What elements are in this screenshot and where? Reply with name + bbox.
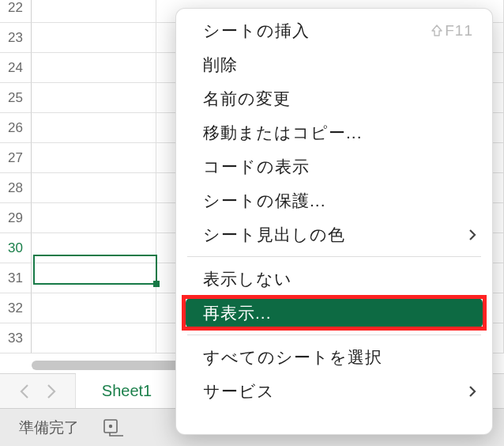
sheet-tab-label: Sheet1 bbox=[102, 382, 152, 400]
menu-item-label: シート見出しの色 bbox=[203, 224, 345, 246]
cell[interactable] bbox=[32, 23, 156, 53]
cell[interactable] bbox=[32, 203, 156, 233]
sheet-tab-active[interactable]: Sheet1 bbox=[76, 373, 179, 408]
menu-item-label: 表示しない bbox=[203, 268, 292, 290]
menu-tab-color[interactable]: シート見出しの色 bbox=[176, 217, 492, 251]
cell[interactable] bbox=[32, 83, 156, 113]
menu-item-label: シートの挿入 bbox=[203, 20, 310, 42]
menu-item-label: コードの表示 bbox=[203, 156, 310, 178]
status-text: 準備完了 bbox=[19, 418, 79, 438]
cell[interactable] bbox=[32, 233, 156, 263]
menu-separator bbox=[187, 334, 481, 335]
scrollbar-thumb[interactable] bbox=[32, 361, 182, 370]
menu-item-label: 再表示... bbox=[203, 302, 272, 324]
row-header[interactable]: 29 bbox=[0, 203, 32, 233]
cell[interactable] bbox=[32, 173, 156, 203]
cell[interactable] bbox=[32, 143, 156, 173]
chevron-right-icon bbox=[468, 229, 476, 241]
row-header[interactable]: 25 bbox=[0, 83, 32, 113]
row-header[interactable]: 30 bbox=[0, 233, 32, 263]
menu-rename-sheet[interactable]: 名前の変更 bbox=[176, 81, 492, 115]
menu-item-label: サービス bbox=[203, 380, 275, 403]
menu-item-label: 移動またはコピー... bbox=[203, 122, 363, 144]
row-header[interactable]: 27 bbox=[0, 143, 32, 173]
sheet-nav-arrows bbox=[0, 374, 76, 408]
cell[interactable] bbox=[32, 113, 156, 143]
sheet-context-menu: シートの挿入 F11 削除 名前の変更 移動またはコピー... コードの表示 シ… bbox=[175, 8, 493, 435]
row-header[interactable]: 26 bbox=[0, 113, 32, 143]
shortcut-hint: F11 bbox=[431, 22, 473, 40]
menu-delete-sheet[interactable]: 削除 bbox=[176, 47, 492, 81]
cell[interactable] bbox=[32, 263, 156, 293]
menu-separator bbox=[187, 256, 481, 257]
row-header[interactable]: 33 bbox=[0, 323, 32, 353]
next-sheet-button[interactable] bbox=[42, 382, 61, 401]
menu-select-all-sheets[interactable]: すべてのシートを選択 bbox=[176, 340, 492, 374]
row-header[interactable]: 24 bbox=[0, 53, 32, 83]
shortcut-text: F11 bbox=[445, 22, 473, 40]
menu-insert-sheet[interactable]: シートの挿入 F11 bbox=[176, 13, 492, 47]
row-header[interactable]: 23 bbox=[0, 23, 32, 53]
menu-hide-sheet[interactable]: 表示しない bbox=[176, 262, 492, 296]
shift-icon bbox=[431, 25, 443, 37]
menu-item-label: シートの保護... bbox=[203, 190, 326, 212]
row-header[interactable]: 22 bbox=[0, 0, 32, 23]
chevron-right-icon bbox=[468, 385, 476, 398]
cell[interactable] bbox=[32, 0, 156, 23]
svg-point-1 bbox=[109, 424, 112, 427]
row-header[interactable]: 31 bbox=[0, 263, 32, 293]
row-header[interactable]: 32 bbox=[0, 293, 32, 323]
cell[interactable] bbox=[32, 293, 156, 323]
prev-sheet-button[interactable] bbox=[15, 382, 34, 401]
row-header[interactable]: 28 bbox=[0, 173, 32, 203]
menu-item-label: 名前の変更 bbox=[203, 88, 291, 110]
menu-unhide-sheet[interactable]: 再表示... bbox=[176, 296, 492, 330]
menu-move-or-copy[interactable]: 移動またはコピー... bbox=[176, 115, 492, 149]
menu-item-label: 削除 bbox=[203, 54, 238, 76]
menu-item-label: すべてのシートを選択 bbox=[203, 346, 382, 369]
cell[interactable] bbox=[32, 53, 156, 83]
cell[interactable] bbox=[32, 323, 156, 353]
macro-record-icon[interactable] bbox=[103, 417, 125, 439]
menu-services[interactable]: サービス bbox=[176, 374, 492, 408]
menu-view-code[interactable]: コードの表示 bbox=[176, 149, 492, 183]
menu-protect-sheet[interactable]: シートの保護... bbox=[176, 183, 492, 217]
